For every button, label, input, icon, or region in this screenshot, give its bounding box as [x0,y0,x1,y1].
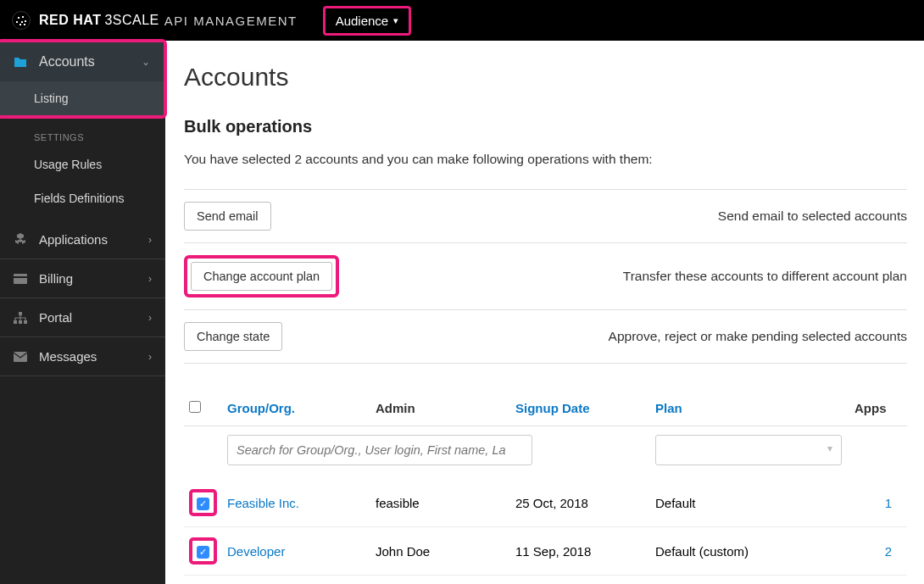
main-content: Accounts Bulk operations You have select… [165,41,924,584]
column-apps: Apps [849,391,907,426]
brand-sub: API MANAGEMENT [164,14,298,28]
sidebar-sub-usage-rules[interactable]: Usage Rules [0,147,165,181]
bulk-operations-description: You have selected 2 accounts and you can… [184,152,907,167]
account-signup: 25 Oct, 2018 [510,479,650,527]
sidebar-item-label: Portal [39,310,72,325]
svg-rect-0 [14,274,27,284]
send-email-description: Send email to selected accounts [509,190,907,243]
cubes-icon [14,233,29,247]
table-row: ✓ Feasible Inc. feasible 25 Oct, 2018 De… [184,479,907,527]
highlight-checkbox: ✓ [189,537,217,565]
sidebar-subhead-settings: Settings [0,124,165,147]
account-signup: 11 Sep, 2018 [510,527,650,576]
redhat-logo-icon [12,11,31,30]
svg-rect-3 [14,320,17,324]
sidebar-item-label: Billing [39,271,73,286]
sidebar-item-label: Accounts [39,54,95,70]
highlight-change-plan: Change account plan [184,255,339,298]
sidebar-item-messages[interactable]: Messages › [0,337,165,375]
sidebar-sub-label: Fields Definitions [34,192,125,205]
sidebar-sub-label: Listing [34,92,68,105]
top-bar: RED HAT 3SCALE API MANAGEMENT Audience ▾ [0,0,924,41]
table-row: ✓ Developer John Doe 11 Sep, 2018 Defaul… [184,527,907,576]
audience-dropdown-label: Audience [336,14,389,28]
send-email-button[interactable]: Send email [184,202,271,231]
search-input[interactable] [227,435,532,465]
account-admin: feasible [370,479,510,527]
account-link[interactable]: Developer [227,544,285,559]
plan-filter-select[interactable] [655,435,842,465]
column-admin: Admin [370,391,510,426]
folder-icon [14,56,29,68]
change-state-button[interactable]: Change state [184,322,282,351]
svg-rect-6 [14,352,27,362]
bulk-operations-title: Bulk operations [184,117,907,136]
sidebar-sub-listing[interactable]: Listing [0,81,164,115]
brand: RED HAT 3SCALE API MANAGEMENT [12,11,298,30]
apps-link[interactable]: 1 [885,496,892,510]
brand-strong: RED HAT [39,13,101,28]
chevron-right-icon: › [148,351,152,363]
column-group[interactable]: Group/Org. [222,391,370,426]
sidebar-item-accounts[interactable]: Accounts ⌄ [0,42,164,81]
account-admin: John Doe [370,527,510,576]
sitemap-icon [14,312,29,324]
account-plan: Default [650,479,849,527]
sidebar-item-label: Applications [39,232,108,247]
chevron-right-icon: › [148,273,152,285]
credit-card-icon [14,274,29,284]
apps-link[interactable]: 2 [885,544,892,559]
row-checkbox[interactable]: ✓ [197,546,209,559]
sidebar-sub-fields-definitions[interactable]: Fields Definitions [0,181,165,220]
highlight-accounts: Accounts ⌄ Listing [0,39,167,119]
account-plan: Default (custom) [650,527,849,576]
svg-rect-2 [19,312,22,315]
sidebar-item-portal[interactable]: Portal › [0,298,165,336]
sidebar-item-label: Messages [39,349,97,364]
svg-rect-1 [14,276,27,278]
audience-dropdown[interactable]: Audience ▾ [323,6,412,36]
bulk-operations-table: Send email Send email to selected accoun… [184,189,907,364]
column-plan[interactable]: Plan [650,391,849,426]
sidebar-sub-label: Usage Rules [34,158,102,171]
chevron-right-icon: › [148,312,152,324]
svg-rect-4 [19,320,22,324]
sidebar-item-applications[interactable]: Applications › [0,220,165,259]
account-link[interactable]: Feasible Inc. [227,496,299,510]
sidebar: Accounts ⌄ Listing Settings Usage Rules … [0,41,165,584]
accounts-table: Group/Org. Admin Signup Date Plan Apps [184,391,907,576]
envelope-icon [14,352,29,362]
select-all-checkbox[interactable] [189,401,201,413]
change-state-description: Approve, reject or make pending selected… [509,310,907,364]
highlight-checkbox: ✓ [189,489,217,516]
column-signup[interactable]: Signup Date [510,391,650,426]
chevron-down-icon: ⌄ [142,56,150,68]
row-checkbox[interactable]: ✓ [197,498,209,510]
chevron-down-icon: ▾ [393,15,398,26]
brand-mid: 3SCALE [104,13,159,28]
change-account-plan-button[interactable]: Change account plan [191,262,332,291]
sidebar-item-billing[interactable]: Billing › [0,259,165,298]
change-account-plan-description: Transfer these accounts to different acc… [509,243,907,310]
page-title: Accounts [184,63,907,92]
svg-rect-5 [24,320,27,324]
chevron-right-icon: › [148,234,152,246]
